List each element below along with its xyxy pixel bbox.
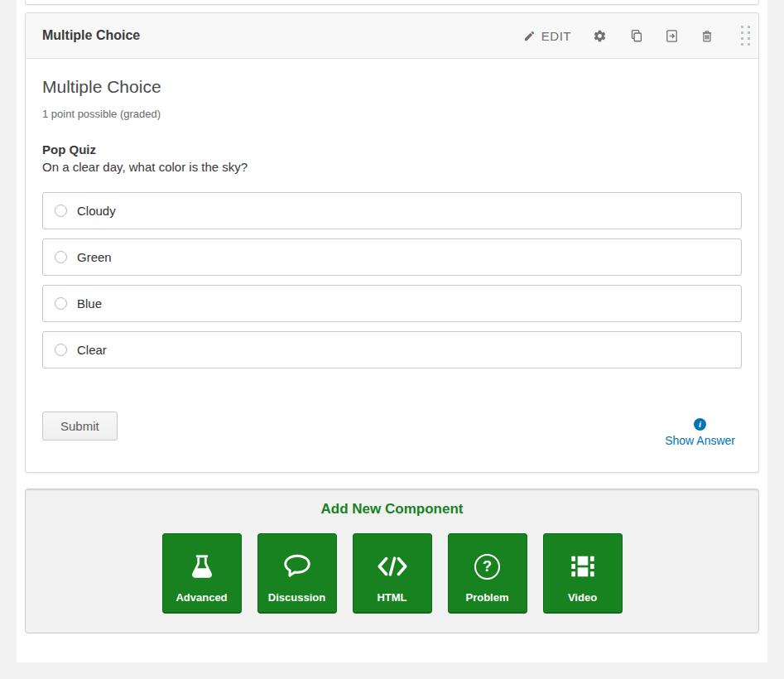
info-circle-icon[interactable]: i xyxy=(694,418,706,431)
delete-icon xyxy=(700,29,714,43)
add-component-buttons: Advanced Discussion HTML xyxy=(26,533,758,614)
drag-handle[interactable] xyxy=(731,19,758,52)
choice-label: Green xyxy=(77,250,112,264)
settings-button[interactable] xyxy=(582,24,618,48)
choice-label: Clear xyxy=(77,343,107,357)
add-new-component-title: Add New Component xyxy=(26,501,758,518)
flask-icon xyxy=(188,549,216,584)
edit-button-label: EDIT xyxy=(541,29,571,43)
add-button-label: HTML xyxy=(377,591,406,604)
add-discussion-button[interactable]: Discussion xyxy=(257,533,337,614)
add-problem-button[interactable]: ? Problem xyxy=(448,533,527,614)
show-answer-link[interactable]: Show Answer xyxy=(665,434,735,447)
problem-body: Multiple Choice 1 point possible (graded… xyxy=(26,59,758,472)
choice-row[interactable]: Clear xyxy=(42,331,742,368)
pencil-icon xyxy=(523,30,536,42)
component-title: Multiple Choice xyxy=(42,28,140,43)
previous-component-edge xyxy=(25,0,759,5)
gear-icon xyxy=(593,29,607,43)
component-actions: EDIT xyxy=(512,19,758,52)
question-circle-icon: ? xyxy=(474,549,500,584)
duplicate-icon xyxy=(628,28,643,43)
unit-editor-page: Multiple Choice EDIT xyxy=(17,0,767,662)
add-html-button[interactable]: HTML xyxy=(353,533,432,614)
choice-row[interactable]: Green xyxy=(42,238,742,276)
add-advanced-button[interactable]: Advanced xyxy=(162,533,242,614)
choice-row[interactable]: Cloudy xyxy=(42,192,742,229)
question-text: On a clear day, what color is the sky? xyxy=(42,160,742,174)
radio-button[interactable] xyxy=(55,297,67,310)
problem-points-text: 1 point possible (graded) xyxy=(42,108,742,120)
choice-label: Cloudy xyxy=(77,204,116,218)
add-button-label: Video xyxy=(568,591,597,604)
component-card: Multiple Choice EDIT xyxy=(25,12,759,473)
component-card-header: Multiple Choice EDIT xyxy=(26,13,758,59)
move-button[interactable] xyxy=(654,24,690,48)
radio-button[interactable] xyxy=(55,251,67,263)
submit-button[interactable]: Submit xyxy=(42,412,118,441)
duplicate-button[interactable] xyxy=(618,23,654,48)
delete-button[interactable] xyxy=(690,24,724,48)
problem-title: Multiple Choice xyxy=(42,77,742,97)
radio-button[interactable] xyxy=(55,344,67,356)
add-button-label: Discussion xyxy=(268,591,325,604)
choice-row[interactable]: Blue xyxy=(42,285,742,322)
problem-actions-row: Submit i Show Answer xyxy=(42,412,742,447)
speech-bubble-icon xyxy=(282,549,312,584)
code-icon xyxy=(375,549,410,584)
edit-button[interactable]: EDIT xyxy=(512,24,582,48)
move-icon xyxy=(665,29,679,43)
show-answer-block[interactable]: i Show Answer xyxy=(665,418,735,447)
add-video-button[interactable]: Video xyxy=(543,533,623,614)
drag-handle-icon xyxy=(741,26,750,46)
film-icon xyxy=(569,549,597,584)
add-button-label: Problem xyxy=(465,591,508,604)
radio-button[interactable] xyxy=(55,205,67,217)
choice-label: Blue xyxy=(77,296,102,311)
add-button-label: Advanced xyxy=(176,591,227,604)
add-new-component-panel: Add New Component Advanced xyxy=(25,489,759,633)
question-title: Pop Quiz xyxy=(42,142,742,157)
choices-group: Cloudy Green Blue Clear xyxy=(42,192,742,368)
